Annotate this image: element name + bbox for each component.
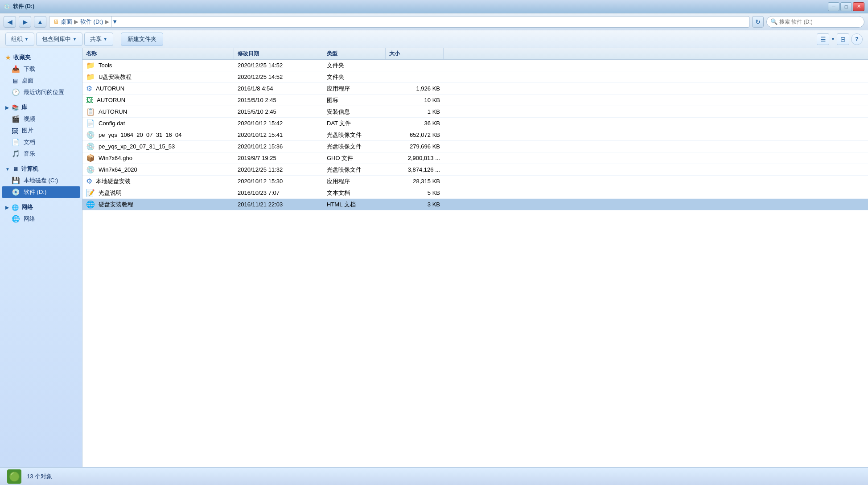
search-box[interactable]: 🔍: [766, 16, 864, 28]
titlebar-title: 💿 软件 (D:): [4, 3, 34, 10]
col-header-date[interactable]: 修改日期: [234, 48, 323, 59]
table-row[interactable]: ⚙ 本地硬盘安装 2020/10/12 15:30 应用程序 28,315 KB: [82, 176, 868, 187]
address-path-bar[interactable]: 🖥 桌面 ▶ 软件 (D:) ▶ ▼: [49, 16, 749, 28]
file-type-icon: 💿: [86, 165, 95, 174]
file-name-cell: 💿 Win7x64_2020: [82, 164, 234, 175]
file-type-cell: 光盘映像文件: [323, 129, 386, 140]
path-computer[interactable]: 桌面: [61, 18, 72, 26]
table-row[interactable]: 🖼 AUTORUN 2015/5/10 2:45 图标 10 KB: [82, 95, 868, 106]
file-size-cell: 652,072 KB: [386, 129, 444, 140]
pictures-icon: 🖼: [12, 127, 18, 135]
refresh-button[interactable]: ↻: [752, 16, 764, 28]
table-row[interactable]: 📝 光盘说明 2016/10/23 7:07 文本文档 5 KB: [82, 187, 868, 199]
search-input[interactable]: [779, 19, 860, 25]
new-folder-button[interactable]: 新建文件夹: [121, 33, 163, 46]
preview-pane-button[interactable]: ⊟: [837, 33, 849, 45]
table-row[interactable]: 📦 Win7x64.gho 2019/9/7 19:25 GHO 文件 2,90…: [82, 152, 868, 164]
help-button[interactable]: ?: [851, 33, 863, 45]
file-type-icon: 🌐: [86, 200, 95, 209]
sidebar-item-pictures[interactable]: 🖼 图片: [2, 125, 80, 136]
close-button[interactable]: ✕: [853, 2, 864, 11]
minimize-button[interactable]: ─: [828, 2, 839, 11]
table-row[interactable]: 📁 U盘安装教程 2020/12/25 14:52 文件夹: [82, 71, 868, 83]
share-label: 共享: [90, 35, 102, 43]
file-type-icon: 📁: [86, 73, 95, 81]
sidebar-item-drive-c[interactable]: 💾 本地磁盘 (C:): [2, 175, 80, 186]
file-name-cell: 📋 AUTORUN: [82, 106, 234, 117]
file-name-cell: 🖼 AUTORUN: [82, 95, 234, 106]
file-type-cell: 安装信息: [323, 106, 386, 117]
main-area: ★ 收藏夹 📥 下载 🖥 桌面 🕐 最近访问的位置 ▶ 📚 库: [0, 48, 868, 467]
col-header-name[interactable]: 名称: [82, 48, 234, 59]
back-button[interactable]: ◀: [4, 16, 16, 28]
share-button[interactable]: 共享 ▼: [84, 33, 113, 46]
file-name-label: 硬盘安装教程: [99, 201, 133, 209]
file-type-icon: 🖼: [86, 96, 93, 104]
table-row[interactable]: 💿 pe_yqs_xp_20_07_31_15_53 2020/10/12 15…: [82, 141, 868, 152]
maximize-button[interactable]: □: [840, 2, 852, 11]
include-dropdown-icon: ▼: [73, 37, 77, 41]
sidebar-item-music[interactable]: 🎵 音乐: [2, 148, 80, 160]
file-name-label: AUTORUN: [96, 85, 124, 92]
sidebar-item-drive-d[interactable]: 💿 软件 (D:): [2, 186, 80, 198]
sidebar-item-download[interactable]: 📥 下载: [2, 63, 80, 75]
computer-toggle[interactable]: ▼: [5, 167, 10, 172]
view-toggle-button[interactable]: ☰: [817, 33, 829, 45]
organize-button[interactable]: 组织 ▼: [5, 33, 34, 46]
file-size-cell: 3 KB: [386, 199, 444, 210]
file-name-cell: 📁 Tools: [82, 60, 234, 71]
sidebar-item-desktop[interactable]: 🖥 桌面: [2, 75, 80, 86]
toolbar-separator: [117, 34, 117, 45]
table-row[interactable]: 📄 Config.dat 2020/10/12 15:42 DAT 文件 36 …: [82, 118, 868, 129]
file-size-cell: 1,926 KB: [386, 83, 444, 94]
network-toggle[interactable]: ▶: [5, 205, 9, 210]
sidebar-item-network[interactable]: 🌐 网络: [2, 213, 80, 225]
file-type-cell: 文件夹: [323, 60, 386, 71]
table-row[interactable]: ⚙ AUTORUN 2016/1/8 4:54 应用程序 1,926 KB: [82, 83, 868, 95]
col-header-size[interactable]: 大小: [386, 48, 444, 59]
sidebar-item-video[interactable]: 🎬 视频: [2, 113, 80, 125]
file-name-label: 本地硬盘安装: [96, 177, 131, 185]
forward-button[interactable]: ▶: [19, 16, 31, 28]
file-name-cell: 📁 U盘安装教程: [82, 71, 234, 82]
file-name-cell: ⚙ 本地硬盘安装: [82, 176, 234, 187]
table-row[interactable]: 💿 pe_yqs_1064_20_07_31_16_04 2020/10/12 …: [82, 129, 868, 141]
file-date-cell: 2015/5/10 2:45: [234, 95, 323, 106]
statusbar: 🟢 13 个对象: [0, 467, 868, 485]
table-row[interactable]: 📁 Tools 2020/12/25 14:52 文件夹: [82, 60, 868, 71]
file-name-cell: ⚙ AUTORUN: [82, 83, 234, 94]
drive-c-icon: 💾: [12, 177, 20, 185]
file-date-cell: 2020/10/12 15:30: [234, 176, 323, 187]
file-size-cell: [386, 71, 444, 82]
file-type-cell: HTML 文档: [323, 199, 386, 210]
network-section: ▶ 🌐 网络 🌐 网络: [2, 201, 80, 225]
sidebar-item-recent[interactable]: 🕐 最近访问的位置: [2, 86, 80, 98]
file-name-label: pe_yqs_1064_20_07_31_16_04: [99, 132, 182, 138]
up-button[interactable]: ▲: [34, 16, 46, 28]
sidebar-item-documents[interactable]: 📄 文档: [2, 136, 80, 148]
view-dropdown-icon[interactable]: ▼: [831, 37, 835, 41]
file-name-cell: 📝 光盘说明: [82, 187, 234, 198]
new-folder-label: 新建文件夹: [128, 35, 156, 43]
libraries-toggle[interactable]: ▶: [5, 105, 9, 110]
path-drive[interactable]: 软件 (D:): [80, 18, 103, 26]
table-row[interactable]: 📋 AUTORUN 2015/5/10 2:45 安装信息 1 KB: [82, 106, 868, 118]
computer-icon: 🖥: [53, 18, 59, 25]
file-name-label: pe_yqs_xp_20_07_31_15_53: [99, 143, 175, 150]
computer-icon: 🖥: [12, 166, 18, 173]
file-date-cell: 2016/1/8 4:54: [234, 83, 323, 94]
include-library-button[interactable]: 包含到库中 ▼: [36, 33, 82, 46]
path-dropdown-arrow[interactable]: ▼: [111, 16, 118, 28]
table-row[interactable]: 🌐 硬盘安装教程 2016/11/21 22:03 HTML 文档 3 KB: [82, 199, 868, 210]
back-icon: ◀: [8, 18, 12, 25]
computer-section: ▼ 🖥 计算机 💾 本地磁盘 (C:) 💿 软件 (D:): [2, 163, 80, 198]
file-type-icon: 📄: [86, 119, 95, 127]
toolbar-right: ☰ ▼ ⊟ ?: [817, 33, 863, 45]
file-size-cell: 3,874,126 ...: [386, 164, 444, 175]
table-row[interactable]: 💿 Win7x64_2020 2020/12/25 11:32 光盘映像文件 3…: [82, 164, 868, 176]
status-count: 13 个对象: [27, 473, 52, 481]
col-header-type[interactable]: 类型: [323, 48, 386, 59]
file-name-cell: 🌐 硬盘安装教程: [82, 199, 234, 210]
file-name-cell: 📦 Win7x64.gho: [82, 152, 234, 164]
file-type-cell: 文件夹: [323, 71, 386, 82]
